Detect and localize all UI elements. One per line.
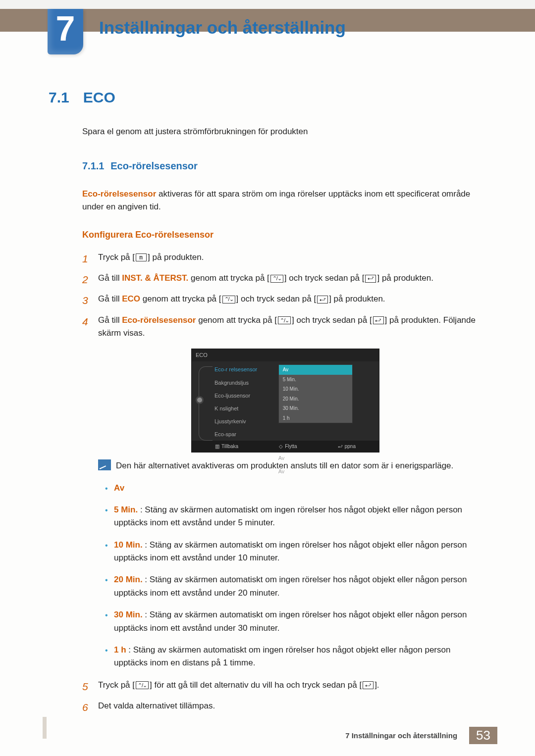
option-30min: 30 Min. : Stäng av skärmen automatiskt o… (103, 608, 486, 635)
enter-icon (317, 296, 328, 303)
osd-menu-item: Eco-spar (214, 430, 278, 439)
page-footer: 7 Inställningar och återställning 53 (345, 727, 497, 744)
osd-menu-item: Bakgrundsljus (214, 379, 278, 387)
osd-screenshot: ECO Eco-r relsesensor Bakgrundsljus Eco-… (191, 349, 379, 453)
steps-list: 1 Tryck på [m] på produkten. 2 Gå till I… (82, 251, 486, 713)
subsection-paragraph: Eco-rörelsesensor aktiveras för att spar… (82, 188, 486, 214)
step-5: 5 Tryck på [] för att gå till det altern… (82, 679, 486, 692)
osd-option-selected: Av (279, 365, 352, 375)
subsection-heading: 7.1.1 Eco-rörelsesensor (82, 160, 486, 172)
enter-icon (365, 275, 376, 283)
osd-value: Av (278, 454, 374, 462)
updown-icon (270, 275, 283, 283)
option-20min: 20 Min. : Stäng av skärmen automatiskt o… (103, 573, 486, 600)
option-10min: 10 Min. : Stäng av skärmen automatiskt o… (103, 539, 486, 565)
subsection-number: 7.1.1 (82, 160, 104, 171)
osd-option: 20 Min. (279, 394, 352, 404)
section-number: 7.1 (49, 89, 69, 106)
osd-back: ▥ Tillbaka (215, 443, 238, 451)
footer-chapter: 7 Inställningar och återställning (345, 731, 457, 740)
osd-footer: ▥ Tillbaka ◇ Flytta ⮐ ppna (192, 441, 379, 453)
step-6: 6 Det valda alternativet tillämpas. (82, 700, 486, 712)
note-icon (98, 459, 111, 470)
footer-page-number: 53 (469, 727, 497, 744)
option-5min: 5 Min. : Stäng av skärmen automatiskt om… (103, 504, 486, 530)
osd-value: Av (278, 467, 374, 476)
step-3: 3 Gå till ECO genom att trycka på [] och… (82, 293, 486, 305)
step-1: 1 Tryck på [m] på produkten. (82, 251, 486, 264)
config-heading: Konfigurera Eco-rörelsesensor (82, 230, 486, 240)
section-intro: Spara el genom att justera strömförbrukn… (82, 127, 486, 137)
osd-move: ◇ Flytta (279, 443, 297, 451)
option-1h: 1 h : Stäng av skärmen automatiskt om in… (103, 644, 486, 670)
osd-option: 5 Min. (279, 375, 352, 385)
subsection-title: Eco-rörelsesensor (110, 160, 198, 171)
osd-open: ⮐ ppna (338, 443, 356, 451)
osd-option: 30 Min. (279, 403, 352, 413)
content: 7.1 ECO Spara el genom att justera ström… (49, 89, 486, 720)
chapter-tab: 7 (48, 9, 83, 54)
option-av: Av (103, 482, 486, 495)
chapter-title: Inställningar och återställning (99, 18, 346, 38)
updown-icon (222, 296, 235, 303)
chapter-number: 7 (56, 9, 75, 49)
osd-menu-item: K nslighet (214, 404, 278, 413)
osd-dropdown: Av 5 Min. 10 Min. 20 Min. 30 Min. 1 h (278, 364, 353, 423)
osd-option: 10 Min. (279, 384, 352, 394)
osd-option: 1 h (279, 413, 352, 423)
option-list: Av 5 Min. : Stäng av skärmen automatiskt… (103, 482, 486, 670)
step-4: 4 Gå till Eco-rörelsesensor genom att tr… (82, 314, 486, 670)
top-stripe (0, 0, 535, 9)
enter-icon (363, 681, 374, 689)
updown-icon (136, 681, 149, 689)
footer-left-accent (43, 717, 47, 739)
osd-title: ECO (192, 349, 379, 361)
menu-icon: m (136, 253, 147, 261)
osd-menu: Eco-r relsesensor Bakgrundsljus Eco-ljus… (214, 364, 278, 451)
osd-menu-item: Ljusstyrkeniv (214, 417, 278, 426)
step-2: 2 Gå till INST. & ÅTERST. genom att tryc… (82, 272, 486, 285)
enter-icon (373, 316, 384, 324)
osd-menu-item: Eco-r relsesensor (214, 365, 278, 374)
section-title: ECO (83, 89, 115, 106)
updown-icon (278, 316, 291, 324)
osd-menu-item: Eco-ljussensor (214, 392, 278, 400)
section-heading: 7.1 ECO (49, 89, 486, 106)
para-highlight: Eco-rörelsesensor (82, 189, 156, 199)
